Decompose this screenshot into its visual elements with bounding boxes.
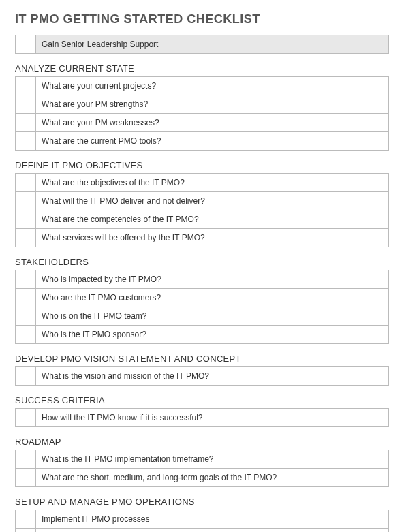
checklist-row: Who are the IT PMO customers? xyxy=(16,289,389,307)
checkbox-cell[interactable] xyxy=(16,270,36,289)
checkbox-cell[interactable] xyxy=(16,367,36,386)
checkbox-cell[interactable] xyxy=(16,450,36,469)
checklist-row: What are the competencies of the IT PMO? xyxy=(16,210,389,229)
checklist-item-text: What is the vision and mission of the IT… xyxy=(36,367,389,386)
section-table: Who is impacted by the IT PMO?Who are th… xyxy=(15,270,389,344)
checklist-item-text: What are the objectives of the IT PMO? xyxy=(36,174,389,192)
checklist-item-text: What is the IT PMO implementation timefr… xyxy=(36,450,389,469)
checklist-item-text: What are the current PMO tools? xyxy=(36,132,389,151)
section-heading: DEVELOP PMO VISION STATEMENT AND CONCEPT xyxy=(15,354,389,364)
checklist-row: What are the current PMO tools? xyxy=(16,132,389,151)
checklist-row: What are your current projects? xyxy=(16,77,389,95)
section-table: What is the IT PMO implementation timefr… xyxy=(15,450,389,487)
checklist-item-text: Gain Senior Leadership Support xyxy=(36,35,389,54)
page-title: IT PMO GETTING STARTED CHECKLIST xyxy=(15,12,389,27)
checklist-item-text: What will the IT PMO deliver and not del… xyxy=(36,192,389,210)
checklist-row: What are the short, medium, and long-ter… xyxy=(16,469,389,487)
checklist-row: What is the vision and mission of the IT… xyxy=(16,367,389,386)
checkbox-cell[interactable] xyxy=(16,35,36,54)
checklist-item-text: What services will be offered by the IT … xyxy=(36,229,389,247)
checklist-row: What is the IT PMO implementation timefr… xyxy=(16,450,389,469)
section-table: What are your current projects?What are … xyxy=(15,76,389,151)
checklist-row: What services will be offered by the IT … xyxy=(16,229,389,247)
checkbox-cell[interactable] xyxy=(16,132,36,151)
checklist-row: What are your PM weaknesses? xyxy=(16,114,389,132)
checklist-item-text: What are your PM strengths? xyxy=(36,95,389,114)
checkbox-cell[interactable] xyxy=(16,409,36,427)
checkbox-cell[interactable] xyxy=(16,289,36,307)
checkbox-cell[interactable] xyxy=(16,174,36,192)
section-table: What is the vision and mission of the IT… xyxy=(15,366,389,386)
checkbox-cell[interactable] xyxy=(16,192,36,210)
checklist-item-text: Who is on the IT PMO team? xyxy=(36,307,389,326)
checklist-row: What are the objectives of the IT PMO? xyxy=(16,174,389,192)
section-heading: ANALYZE CURRENT STATE xyxy=(15,63,389,74)
section-heading: SETUP AND MANAGE PMO OPERATIONS xyxy=(15,497,389,507)
checklist-item-text: Implement technology solutions xyxy=(36,529,389,533)
checkbox-cell[interactable] xyxy=(16,210,36,229)
checklist-item-text: Implement IT PMO processes xyxy=(36,510,389,529)
checklist-row: How will the IT PMO know if it is succes… xyxy=(16,409,389,427)
checkbox-cell[interactable] xyxy=(16,307,36,326)
checkbox-cell[interactable] xyxy=(16,229,36,247)
top-item-table: Gain Senior Leadership Support xyxy=(15,35,389,54)
checklist-item-text: What are your PM weaknesses? xyxy=(36,114,389,132)
checklist-row: Who is on the IT PMO team? xyxy=(16,307,389,326)
section-heading: ROADMAP xyxy=(15,437,389,447)
checklist-item-text: What are your current projects? xyxy=(36,77,389,95)
checklist-row: What are your PM strengths? xyxy=(16,95,389,114)
checklist-item-text: Who is impacted by the IT PMO? xyxy=(36,270,389,289)
checkbox-cell[interactable] xyxy=(16,510,36,529)
checkbox-cell[interactable] xyxy=(16,114,36,132)
checkbox-cell[interactable] xyxy=(16,77,36,95)
checkbox-cell[interactable] xyxy=(16,326,36,344)
checklist-row: What will the IT PMO deliver and not del… xyxy=(16,192,389,210)
section-heading: DEFINE IT PMO OBJECTIVES xyxy=(15,160,389,170)
checklist-item-text: What are the short, medium, and long-ter… xyxy=(36,469,389,487)
checklist-item-text: Who are the IT PMO customers? xyxy=(36,289,389,307)
checklist-row: Gain Senior Leadership Support xyxy=(16,35,389,54)
checklist-item-text: Who is the IT PMO sponsor? xyxy=(36,326,389,344)
checkbox-cell[interactable] xyxy=(16,95,36,114)
checklist-row: Who is impacted by the IT PMO? xyxy=(16,270,389,289)
checklist-row: Who is the IT PMO sponsor? xyxy=(16,326,389,344)
section-table: What are the objectives of the IT PMO?Wh… xyxy=(15,173,389,247)
section-heading: STAKEHOLDERS xyxy=(15,257,389,267)
section-heading: SUCCESS CRITERIA xyxy=(15,395,389,405)
checkbox-cell[interactable] xyxy=(16,469,36,487)
section-table: How will the IT PMO know if it is succes… xyxy=(15,408,389,427)
checklist-row: Implement IT PMO processes xyxy=(16,510,389,529)
checklist-item-text: What are the competencies of the IT PMO? xyxy=(36,210,389,229)
section-table: Implement IT PMO processesImplement tech… xyxy=(15,510,389,532)
checklist-row: Implement technology solutions xyxy=(16,529,389,533)
checklist-item-text: How will the IT PMO know if it is succes… xyxy=(36,409,389,427)
checkbox-cell[interactable] xyxy=(16,529,36,533)
